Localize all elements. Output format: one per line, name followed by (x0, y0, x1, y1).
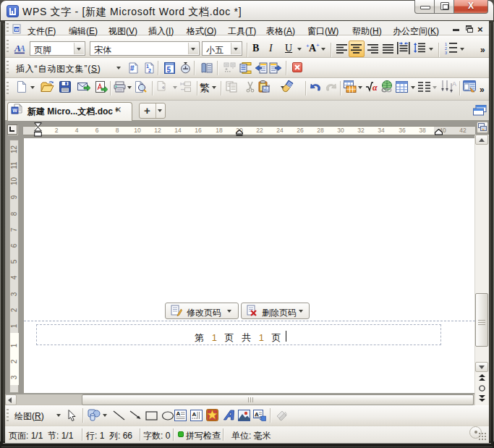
svg-text:A: A (452, 80, 456, 88)
svg-text:2: 2 (148, 68, 151, 73)
svg-text:A: A (19, 43, 25, 54)
svg-text:#: # (130, 64, 135, 72)
svg-text:A: A (192, 411, 197, 418)
svg-text:W: W (12, 108, 17, 113)
svg-text:α: α (372, 83, 378, 93)
svg-text:3: 3 (445, 51, 447, 54)
svg-text:W: W (14, 28, 19, 32)
svg-text:5: 5 (167, 66, 171, 74)
svg-text:A: A (176, 410, 181, 417)
